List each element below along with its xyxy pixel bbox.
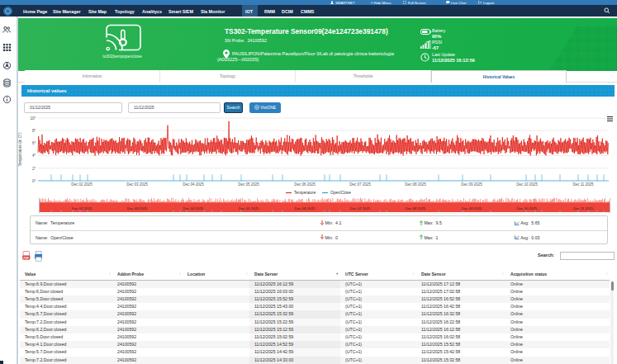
svg-text:Dec 02 2025: Dec 02 2025 (71, 182, 93, 187)
svg-text:0°: 0° (32, 179, 36, 183)
svg-text:Dec 09 2025: Dec 09 2025 (461, 182, 482, 187)
svg-text:Dec 02 2025: Dec 02 2025 (72, 206, 93, 210)
svg-text:2°: 2° (32, 167, 36, 171)
svg-text:Dec 10 2025: Dec 10 2025 (516, 182, 538, 187)
svg-text:Dec 07 2025: Dec 07 2025 (350, 206, 371, 210)
svg-text:Open/Close: Open/Close (330, 191, 351, 195)
svg-text:Dec 09 2025: Dec 09 2025 (462, 206, 482, 210)
svg-text:Dec 08 2025: Dec 08 2025 (405, 182, 426, 187)
svg-text:Dec 03 2025: Dec 03 2025 (127, 206, 148, 210)
svg-text:8°: 8° (32, 129, 36, 133)
svg-text:Dec 07 2025: Dec 07 2025 (349, 182, 371, 187)
svg-text:4°: 4° (32, 154, 36, 158)
svg-text:PDF: PDF (23, 257, 29, 260)
svg-text:6°: 6° (32, 141, 36, 145)
svg-text:Dec 04 2025: Dec 04 2025 (183, 206, 204, 210)
svg-text:Dec 08 2025: Dec 08 2025 (406, 206, 426, 210)
svg-text:Dec 05 2025: Dec 05 2025 (238, 182, 259, 187)
svg-text:Dec 11 2025: Dec 11 2025 (572, 182, 594, 187)
svg-text:Temperature (in C°): Temperature (in C°) (18, 132, 22, 166)
svg-text:Dec 04 2025: Dec 04 2025 (183, 182, 204, 187)
svg-text:Dec 06 2025: Dec 06 2025 (295, 206, 316, 210)
svg-text:Dec 06 2025: Dec 06 2025 (294, 182, 316, 187)
svg-text:Dec 10 2025: Dec 10 2025 (517, 206, 538, 210)
svg-text:Temperature: Temperature (294, 191, 316, 195)
svg-text:Dec 11 2025: Dec 11 2025 (573, 206, 594, 210)
svg-text:Dec 03 2025: Dec 03 2025 (126, 182, 148, 187)
svg-text:10°: 10° (30, 116, 36, 121)
svg-text:Dec 05 2025: Dec 05 2025 (239, 206, 259, 210)
